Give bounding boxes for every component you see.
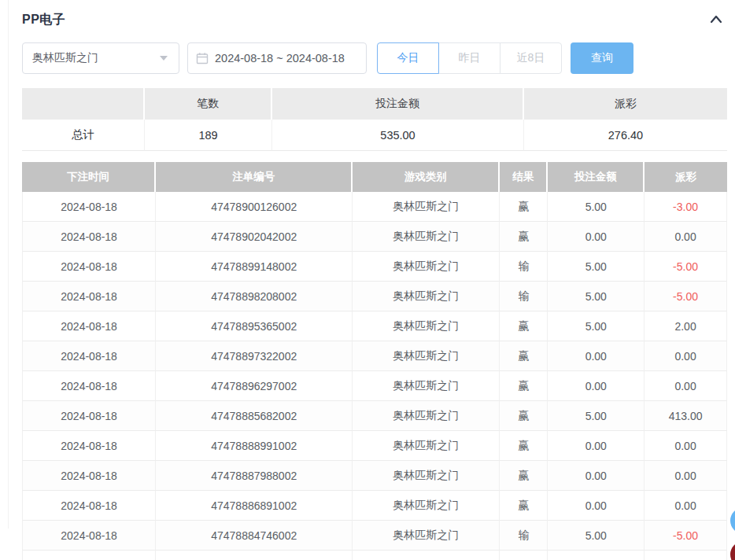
bet-amount-cell: 0.00: [548, 222, 645, 252]
summary-header-payout: 派彩: [524, 88, 727, 120]
bet-number-cell: 47478895365002: [156, 311, 353, 341]
result-cell: 输: [500, 282, 548, 311]
panel-header: PP电子: [22, 0, 727, 28]
game-type-cell: 奥林匹斯之门: [353, 371, 500, 401]
summary-total-bet-amount: 535.00: [272, 120, 524, 151]
payout-cell: -5.00: [645, 252, 727, 282]
bet-time-cell: 2024-08-18: [22, 311, 156, 341]
bet-amount-cell: 5.00: [548, 252, 645, 282]
payout-cell: 0.00: [645, 222, 727, 252]
bet-number-cell: 47478896297002: [156, 371, 353, 401]
bet-time-cell: 2024-08-18: [22, 461, 156, 491]
table-row: 2024-08-18 47478900126002 奥林匹斯之门 赢 5.00 …: [22, 192, 727, 222]
payout-cell: 0.00: [645, 341, 727, 371]
result-cell: 赢: [500, 192, 548, 222]
header-payout: 派彩: [645, 162, 727, 192]
table-row: 2024-08-18 47478897322002 奥林匹斯之门 赢 0.00 …: [22, 341, 727, 371]
result-cell: 赢: [500, 222, 548, 252]
table-row: 2024-08-18 47478886891002 奥林匹斯之门 赢 0.00 …: [22, 491, 727, 521]
payout-cell: 0.00: [645, 491, 727, 521]
payout-cell: 0.00: [645, 431, 727, 461]
payout-cell: 0.00: [645, 461, 727, 491]
yesterday-button[interactable]: 昨日: [438, 42, 500, 74]
bet-time-cell: 2024-08-18: [22, 192, 156, 222]
bet-number-cell: 47478902042002: [156, 222, 353, 252]
bet-number-cell: 47478885682002: [156, 401, 353, 431]
betting-records-panel: PP电子 奥林匹斯之门 2024-08-18 ~ 2024-08-18 今日 昨…: [0, 0, 735, 560]
bet-number-cell: 47478886891002: [156, 491, 353, 521]
summary-total-payout: 276.40: [524, 120, 727, 151]
chevron-up-icon: [708, 12, 724, 28]
game-type-cell: 奥林匹斯之门: [353, 491, 500, 521]
bet-number-cell: 47478897322002: [156, 341, 353, 371]
bet-number-cell: 47478898208002: [156, 282, 353, 311]
summary-header-count: 笔数: [145, 88, 272, 120]
game-type-cell: 奥林匹斯之门: [353, 341, 500, 371]
records-header-row: 下注时间 注单编号 游戏类别 结果 投注金额 派彩: [22, 162, 727, 192]
header-bet-number: 注单编号: [156, 162, 353, 192]
bet-amount-cell: 5.00: [548, 311, 645, 341]
payout-cell: -5.00: [645, 282, 727, 311]
date-range-input[interactable]: 2024-08-18 ~ 2024-08-18: [187, 42, 367, 74]
table-row: 2024-08-18 47478896297002 奥林匹斯之门 赢 0.00 …: [22, 371, 727, 401]
table-row: 2024-08-18 47478887988002 奥林匹斯之门 赢 0.00 …: [22, 461, 727, 491]
table-row: 2024-08-18 47478899148002 奥林匹斯之门 输 5.00 …: [22, 252, 727, 282]
result-cell: 赢: [500, 491, 548, 521]
records-table: 下注时间 注单编号 游戏类别 结果 投注金额 派彩 2024-08-18 474…: [22, 162, 727, 560]
result-cell: 赢: [500, 461, 548, 491]
payout-cell: -5.00: [645, 521, 727, 551]
bet-amount-cell: 5.00: [548, 282, 645, 311]
game-select-value: 奥林匹斯之门: [32, 51, 98, 65]
bet-time-cell: 2024-08-18: [22, 282, 156, 311]
table-row: 2024-08-18 47478888991002 奥林匹斯之门 赢 0.00 …: [22, 431, 727, 461]
bet-number-cell: 47478900126002: [156, 192, 353, 222]
result-cell: 输: [500, 521, 548, 551]
game-type-cell: 奥林匹斯之门: [353, 192, 500, 222]
header-bet-amount: 投注金额: [548, 162, 645, 192]
result-cell: 赢: [500, 341, 548, 371]
caret-down-icon: [160, 56, 168, 61]
search-button[interactable]: 查询: [571, 42, 633, 74]
bet-amount-cell: 5.00: [548, 192, 645, 222]
payout-cell: -3.00: [645, 192, 727, 222]
bet-amount-cell: 0.00: [548, 371, 645, 401]
table-row: 2024-08-18 47478902042002 奥林匹斯之门 赢 0.00 …: [22, 222, 727, 252]
payout-cell: 2.00: [645, 311, 727, 341]
bet-time-cell: 2024-08-18: [22, 401, 156, 431]
payout-cell: 0.00: [645, 371, 727, 401]
collapse-button[interactable]: [707, 10, 726, 29]
filter-toolbar: 奥林匹斯之门 2024-08-18 ~ 2024-08-18 今日 昨日 近8日…: [22, 42, 727, 74]
result-cell: 赢: [500, 371, 548, 401]
panel-title: PP电子: [22, 12, 65, 28]
bet-time-cell: 2024-08-18: [22, 371, 156, 401]
bet-time-cell: 2024-08-18: [22, 222, 156, 252]
summary-total-label: 总计: [22, 120, 145, 151]
bet-time-cell: 2024-08-18: [22, 491, 156, 521]
summary-table: 笔数 投注金额 派彩 总计 189 535.00 276.40: [22, 88, 727, 151]
last-8-days-button[interactable]: 近8日: [500, 42, 562, 74]
summary-header-bet-amount: 投注金额: [272, 88, 524, 120]
header-bet-time: 下注时间: [22, 162, 156, 192]
result-cell: 赢: [500, 431, 548, 461]
table-row: 2024-08-18 47478885682002 奥林匹斯之门 赢 5.00 …: [22, 401, 727, 431]
bet-time-cell: 2024-08-18: [22, 341, 156, 371]
quick-filter-group: 今日 昨日 近8日: [377, 42, 562, 74]
table-row: 2024-08-18 47478898208002 奥林匹斯之门 输 5.00 …: [22, 282, 727, 311]
game-type-cell: 奥林匹斯之门: [353, 311, 500, 341]
result-cell: 赢: [500, 311, 548, 341]
summary-total-count: 189: [145, 120, 272, 151]
bet-time-cell: 2024-08-18: [22, 431, 156, 461]
bet-amount-cell: 0.00: [548, 491, 645, 521]
bet-amount-cell: 5.00: [548, 401, 645, 431]
game-type-cell: 奥林匹斯之门: [353, 401, 500, 431]
game-type-cell: 奥林匹斯之门: [353, 461, 500, 491]
result-cell: 赢: [500, 401, 548, 431]
game-type-cell: 奥林匹斯之门: [353, 252, 500, 282]
bet-amount-cell: 0.00: [548, 431, 645, 461]
summary-header-row: 笔数 投注金额 派彩: [22, 88, 727, 120]
today-button[interactable]: 今日: [377, 42, 439, 74]
header-result: 结果: [500, 162, 548, 192]
bet-amount-cell: 0.00: [548, 461, 645, 491]
game-select[interactable]: 奥林匹斯之门: [22, 42, 179, 74]
summary-total-row: 总计 189 535.00 276.40: [22, 120, 727, 151]
